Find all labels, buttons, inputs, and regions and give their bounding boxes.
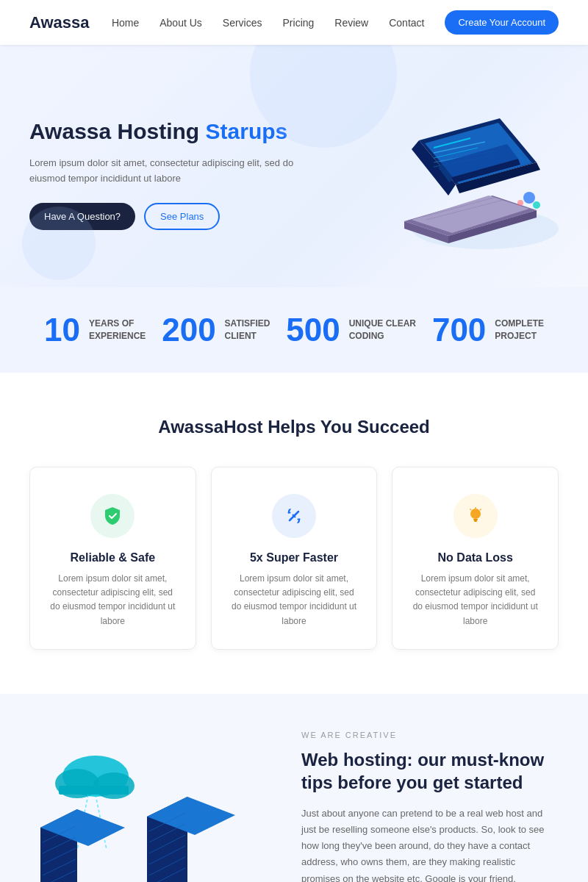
svg-rect-40 [59, 786, 129, 795]
svg-rect-24 [473, 519, 478, 520]
feature-card-nodata: No Data Loss Lorem ipsum dolor sit amet,… [392, 467, 559, 650]
nav-link-pricing[interactable]: Pricing [283, 17, 315, 29]
svg-point-17 [533, 201, 540, 209]
stat-label-coding: UNIQUE CLEARCODING [349, 318, 416, 343]
feature-card-reliable: Reliable & Safe Lorem ipsum dolor sit am… [29, 467, 196, 650]
logo: Awassa [29, 13, 90, 32]
feature-desc-reliable: Lorem ipsum dolor sit amet, consectetur … [48, 572, 178, 628]
feature-title-reliable: Reliable & Safe [48, 551, 178, 564]
stat-project: 700 COMPLETEPROJECT [432, 314, 544, 346]
nav-link-services[interactable]: Services [223, 17, 262, 29]
stat-num-clients: 200 [162, 314, 215, 346]
hero-section: Awassa Hosting Starups Lorem ipsum dolor… [0, 45, 588, 287]
feature-desc-nodata: Lorem ipsum dolor sit amet, consectetur … [410, 572, 540, 628]
create-account-button[interactable]: Create Your Account [445, 10, 559, 35]
feature-icon-reliable [90, 494, 135, 538]
stat-years: 10 YEARS OFEXPERIENCE [44, 314, 146, 346]
nav-links: Home About Us Services Pricing Review Co… [112, 10, 559, 35]
shield-icon [102, 506, 123, 526]
stat-label-years: YEARS OFEXPERIENCE [89, 318, 146, 343]
hero-description: Lorem ipsum dolor sit amet, consectetur … [29, 156, 309, 187]
creative-sub-label: We Are Creative [301, 731, 551, 739]
feature-title-faster: 5x Super Faster [229, 551, 359, 564]
creative-desc: Just about anyone can pretend to be a re… [301, 806, 551, 882]
svg-line-27 [480, 509, 481, 511]
nav-link-review[interactable]: Review [334, 17, 368, 29]
features-section: AwassaHost Helps You Succeed Reliable & … [0, 373, 588, 694]
stat-clients: 200 SATISFIEDCLIENT [162, 314, 270, 346]
server-svg [0, 699, 279, 882]
features-title: AwassaHost Helps You Succeed [29, 417, 559, 437]
svg-point-16 [523, 192, 535, 204]
svg-rect-25 [474, 520, 477, 522]
svg-point-23 [470, 509, 481, 519]
stats-section: 10 YEARS OFEXPERIENCE 200 SATISFIEDCLIEN… [0, 287, 588, 373]
feature-card-faster: 5x Super Faster Lorem ipsum dolor sit am… [211, 467, 378, 650]
svg-point-18 [517, 200, 523, 206]
stat-label-project: COMPLETEPROJECT [495, 318, 544, 343]
stat-num-coding: 500 [286, 314, 340, 346]
bulb-icon [465, 506, 486, 526]
server-illustration [0, 699, 279, 882]
creative-title: Web hosting: our must-know tips before y… [301, 748, 551, 794]
stat-label-clients: SATISFIEDCLIENT [225, 318, 270, 343]
nav-link-home[interactable]: Home [112, 17, 139, 29]
creative-text: We Are Creative Web hosting: our must-kn… [279, 694, 588, 882]
see-plans-button[interactable]: See Plans [144, 203, 220, 230]
creative-section: We Are Creative Web hosting: our must-kn… [0, 694, 588, 882]
stat-num-project: 700 [432, 314, 486, 346]
stat-num-years: 10 [44, 314, 80, 346]
feature-desc-faster: Lorem ipsum dolor sit amet, consectetur … [229, 572, 359, 628]
tools-icon [284, 506, 304, 526]
navbar: Awassa Home About Us Services Pricing Re… [0, 0, 588, 45]
nav-link-about[interactable]: About Us [159, 17, 202, 29]
bg-shape-2 [22, 207, 96, 280]
nav-link-contact[interactable]: Contact [389, 17, 424, 29]
feature-icon-nodata [453, 494, 498, 538]
stat-coding: 500 UNIQUE CLEARCODING [286, 314, 416, 346]
svg-line-28 [470, 509, 471, 511]
features-grid: Reliable & Safe Lorem ipsum dolor sit am… [29, 467, 559, 650]
feature-title-nodata: No Data Loss [410, 551, 540, 564]
feature-icon-faster [272, 494, 316, 538]
